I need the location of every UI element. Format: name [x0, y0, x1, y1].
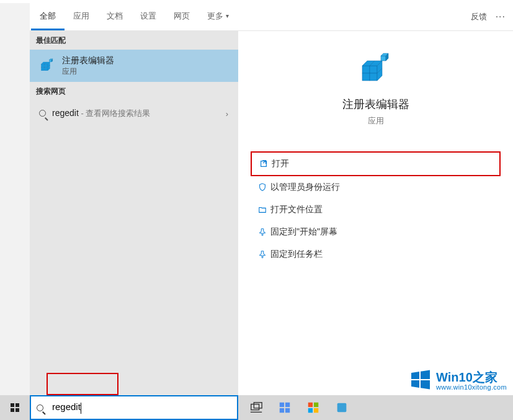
start-button[interactable] — [0, 395, 30, 420]
action-pin-to-start[interactable]: 固定到"开始"屏幕 — [251, 221, 501, 243]
action-admin-label: 以管理员身份运行 — [270, 182, 340, 193]
action-pin-start-label: 固定到"开始"屏幕 — [270, 226, 337, 238]
search-input[interactable]: regedit — [52, 401, 81, 413]
web-search-header: 搜索网页 — [30, 82, 238, 101]
preview-subtitle: 应用 — [368, 115, 384, 127]
svg-rect-14 — [370, 73, 377, 81]
tab-all[interactable]: 全部 — [31, 3, 65, 30]
svg-rect-13 — [362, 73, 370, 81]
results-column: 最佳匹配 — [30, 31, 238, 395]
action-folder-label: 打开文件位置 — [270, 204, 323, 215]
action-open[interactable]: 打开 — [251, 151, 501, 176]
svg-rect-32 — [280, 408, 284, 413]
taskbar: regedit — [0, 395, 513, 420]
regedit-large-icon — [356, 50, 396, 89]
search-tabs: 全部 应用 文档 设置 网页 更多▾ — [31, 3, 238, 30]
web-search-label: regedit - 查看网络搜索结果 — [52, 108, 226, 119]
svg-rect-34 — [308, 403, 313, 407]
action-pin-to-taskbar[interactable]: 固定到任务栏 — [251, 243, 501, 266]
taskbar-app-2[interactable] — [299, 395, 328, 420]
svg-rect-30 — [280, 403, 284, 407]
svg-rect-3 — [45, 68, 48, 71]
svg-rect-28 — [254, 403, 262, 408]
tab-apps[interactable]: 应用 — [65, 3, 98, 30]
tab-documents[interactable]: 文档 — [98, 3, 132, 30]
action-run-as-admin[interactable]: 以管理员身份运行 — [251, 176, 501, 199]
preview-title: 注册表编辑器 — [342, 97, 409, 112]
folder-icon — [254, 205, 270, 214]
more-options-button[interactable]: ··· — [496, 11, 506, 22]
preview-actions: 打开 以管理员身份运行 打开文件位置 — [238, 151, 513, 266]
svg-rect-25 — [11, 408, 14, 412]
svg-rect-11 — [362, 66, 370, 73]
pin-taskbar-icon — [254, 250, 270, 259]
search-icon — [31, 403, 52, 413]
action-open-label: 打开 — [272, 158, 289, 169]
open-icon — [256, 159, 272, 168]
chevron-right-icon: › — [226, 109, 232, 118]
taskbar-app-1[interactable] — [270, 395, 299, 420]
search-icon — [36, 109, 52, 118]
best-match-subtitle: 应用 — [62, 66, 114, 77]
svg-rect-27 — [251, 404, 259, 410]
search-header: 全部 应用 文档 设置 网页 更多▾ 反馈 ··· — [30, 3, 513, 31]
svg-rect-2 — [41, 68, 44, 71]
svg-rect-24 — [16, 403, 19, 407]
svg-rect-37 — [314, 408, 318, 413]
svg-rect-26 — [16, 408, 19, 412]
best-match-item[interactable]: 注册表编辑器 应用 — [30, 50, 238, 82]
preview-column: 注册表编辑器 应用 打开 以管理员身份运行 — [238, 31, 513, 395]
admin-icon — [254, 183, 270, 192]
search-flyout: 全部 应用 文档 设置 网页 更多▾ 反馈 ··· 最佳匹配 — [30, 3, 513, 395]
regedit-icon — [36, 55, 58, 77]
svg-rect-23 — [11, 403, 14, 407]
action-pin-taskbar-label: 固定到任务栏 — [270, 249, 323, 260]
pin-start-icon — [254, 228, 270, 236]
svg-rect-0 — [41, 64, 44, 67]
tab-settings[interactable]: 设置 — [132, 3, 165, 30]
tab-web[interactable]: 网页 — [165, 3, 199, 30]
svg-rect-19 — [381, 56, 386, 61]
feedback-link[interactable]: 反馈 — [471, 11, 487, 22]
search-body: 最佳匹配 — [30, 31, 513, 395]
svg-rect-33 — [285, 408, 290, 413]
best-match-header: 最佳匹配 — [30, 31, 238, 50]
taskbar-search-box[interactable]: regedit — [30, 395, 238, 420]
tab-more[interactable]: 更多▾ — [199, 3, 238, 30]
action-open-file-location[interactable]: 打开文件位置 — [251, 199, 501, 221]
task-view-button[interactable] — [242, 395, 270, 420]
taskbar-app-3[interactable] — [328, 395, 356, 420]
svg-rect-1 — [45, 64, 48, 67]
svg-rect-38 — [337, 403, 347, 413]
svg-rect-8 — [50, 60, 52, 62]
best-match-title: 注册表编辑器 — [62, 55, 114, 66]
svg-rect-35 — [314, 403, 318, 407]
svg-rect-12 — [370, 66, 377, 73]
web-search-item[interactable]: regedit - 查看网络搜索结果 › — [30, 101, 238, 127]
svg-rect-31 — [285, 403, 290, 407]
chevron-down-icon: ▾ — [226, 12, 229, 19]
svg-rect-36 — [308, 408, 313, 413]
taskbar-icons — [242, 395, 356, 420]
